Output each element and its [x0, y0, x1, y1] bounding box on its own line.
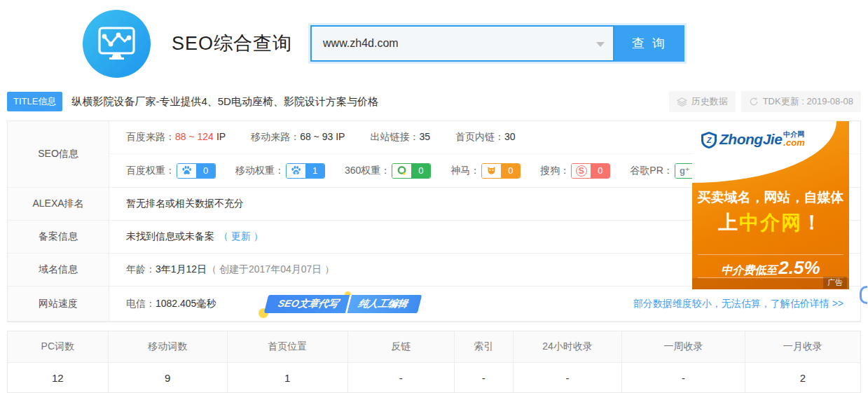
- site-title-text: 纵横影院设备厂家-专业提供4、5D电动座椅、影院设计方案与价格: [71, 95, 378, 109]
- chevron-down-icon[interactable]: [596, 42, 605, 47]
- domain-age-label: 年龄：: [126, 263, 156, 276]
- stats-value-row: 12 9 1 - - - - 2: [8, 363, 860, 392]
- sogou-logo-icon: S: [576, 165, 587, 177]
- col-header-mobile-words[interactable]: 移动词数: [109, 331, 228, 362]
- homepage-internal-links: 首页内链：30: [455, 131, 516, 144]
- cursor-artifact: [860, 286, 867, 304]
- stat-mobile-words: 9: [109, 363, 228, 392]
- table-row-speed: 网站速度 电信： 1082.405毫秒 SEO文章代写 纯人工编辑 部分数据维度…: [8, 287, 860, 322]
- search-bar: 查 询: [310, 25, 684, 62]
- stat-month-included: 2: [745, 363, 860, 392]
- stat-index: -: [455, 363, 514, 392]
- domain-age-value: 3年1月12日: [156, 263, 207, 276]
- telecom-label: 电信：: [126, 298, 156, 310]
- row-label: 网站速度: [8, 287, 109, 321]
- brand-name: ZhongJie: [719, 131, 782, 148]
- search-input[interactable]: [310, 25, 614, 62]
- seo-info-table: SEO信息 百度来路：88 ~ 124IP 移动来路：68 ~ 93IP 出站链…: [7, 120, 861, 322]
- baidu-traffic: 百度来路：88 ~ 124IP: [126, 131, 226, 144]
- ad-divider: [698, 254, 843, 255]
- icp-refresh-link[interactable]: （ 更新 ）: [219, 230, 263, 243]
- 360-logo-icon: [397, 165, 407, 176]
- speed-value: 1082.405毫秒: [156, 298, 216, 310]
- google-plus-icon: g⁺: [680, 165, 690, 176]
- mobile-traffic: 移动来路：68 ~ 93IP: [251, 131, 345, 144]
- row-label: ALEXA排名: [8, 188, 109, 220]
- baidu-weight[interactable]: 百度权重： 0: [126, 163, 216, 179]
- col-header-homepage-position[interactable]: 首页位置: [228, 331, 348, 362]
- stat-backlinks: -: [348, 363, 455, 392]
- header: SEO综合查询 查 询: [0, 0, 868, 78]
- title-info-badge: TITLE信息: [7, 92, 62, 111]
- zhongjie-ad-banner[interactable]: Z ZhongJie 中介网 .com 买卖域名，网站，自媒体 上中介网！ 中介…: [692, 121, 849, 289]
- outbound-links: 出站链接：35: [370, 131, 430, 144]
- shenma-owl-icon: [486, 165, 497, 176]
- zhongjie-logo: Z ZhongJie 中介网 .com: [701, 131, 805, 149]
- svg-text:Z: Z: [706, 136, 712, 144]
- ad-slogan-1: 买卖域名，网站，自媒体: [692, 188, 849, 207]
- keyword-stats-table: PC词数 移动词数 首页位置 反链 索引 24小时收录 一周收录 一月收录 12…: [7, 331, 861, 393]
- stat-24h-included: -: [514, 363, 623, 392]
- svg-text:M: M: [295, 171, 298, 174]
- col-header-month-included[interactable]: 一月收录: [745, 331, 860, 362]
- shenma-weight[interactable]: 神马： 0: [450, 163, 521, 179]
- estimate-details-link[interactable]: 部分数据维度较小，无法估算，了解估价详情 >>: [633, 298, 860, 310]
- tdk-update-label: TDK更新 : 2019-08-08: [763, 95, 853, 108]
- col-header-index[interactable]: 索引: [455, 331, 514, 362]
- alexa-value: 暂无排名或相关数据不充分: [126, 198, 244, 210]
- promo-seg2: 纯人工编辑: [347, 295, 422, 313]
- row-label: SEO信息: [8, 121, 109, 187]
- history-data-button[interactable]: 历史数据: [669, 91, 736, 112]
- stats-header-row: PC词数 移动词数 首页位置 反链 索引 24小时收录 一周收录 一月收录: [8, 331, 860, 363]
- icp-status: 未找到信息或未备案: [126, 230, 214, 243]
- col-header-pc-words[interactable]: PC词数: [8, 331, 109, 362]
- col-header-week-included[interactable]: 一周收录: [622, 331, 745, 362]
- refresh-icon: [749, 97, 759, 106]
- stat-week-included: -: [622, 363, 745, 392]
- ad-fee-line: 中介费低至2.5%: [692, 257, 849, 279]
- promo-ribbon[interactable]: SEO文章代写 纯人工编辑: [266, 295, 420, 313]
- col-header-backlinks[interactable]: 反链: [348, 331, 455, 362]
- ad-slogan-2: 上中介网！: [692, 209, 849, 236]
- page-title: SEO综合查询: [172, 31, 292, 56]
- domain-created-date: （ 创建于2017年04月07日 ）: [207, 263, 334, 276]
- baidu-paw-icon: [181, 165, 192, 176]
- mobile-paw-icon: M: [291, 165, 301, 176]
- ad-tag-label: 广告: [823, 277, 847, 289]
- promo-seg1: SEO文章代写: [264, 295, 350, 313]
- layers-icon: [677, 97, 687, 107]
- shield-icon: Z: [701, 131, 717, 149]
- query-button[interactable]: 查 询: [614, 25, 684, 62]
- stat-pc-words: 12: [8, 363, 109, 392]
- sogou-weight[interactable]: 搜狗： S 0: [540, 163, 610, 179]
- stat-homepage-position: 1: [228, 363, 348, 392]
- mobile-weight[interactable]: 移动权重： M 1: [235, 163, 325, 179]
- row-label: 域名信息: [8, 254, 109, 286]
- row-label: 备案信息: [8, 221, 109, 253]
- seo-tool-logo-icon: [83, 10, 151, 78]
- col-header-24h-included[interactable]: 24小时收录: [514, 331, 623, 362]
- history-data-label: 历史数据: [691, 95, 728, 108]
- 360-weight[interactable]: 360权重： 0: [345, 163, 431, 179]
- tdk-update-button[interactable]: TDK更新 : 2019-08-08: [741, 91, 861, 112]
- title-bar: TITLE信息 纵横影院设备厂家-专业提供4、5D电动座椅、影院设计方案与价格 …: [7, 91, 861, 112]
- brand-tld: .com: [783, 138, 804, 147]
